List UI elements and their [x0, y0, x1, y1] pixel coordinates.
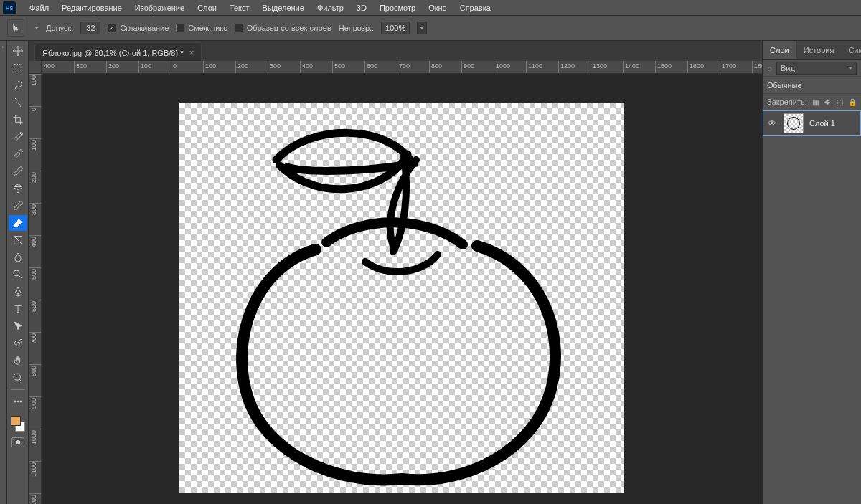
tool-preset-picker[interactable] — [7, 19, 24, 37]
zoom-tool[interactable] — [9, 370, 27, 386]
tolerance-input[interactable]: 32 — [80, 22, 100, 34]
document-tab-title: Яблоко.jpg @ 60,1% (Слой 1, RGB/8) * — [42, 49, 183, 57]
opacity-dropdown-button[interactable] — [417, 22, 427, 34]
hand-tool[interactable] — [9, 353, 27, 369]
options-bar: Допуск: 32 Сглаживание Смеж.пикс Образец… — [0, 16, 861, 41]
app-logo[interactable]: Ps — [3, 1, 16, 14]
lock-all-icon[interactable]: 🔒 — [848, 97, 857, 107]
toolbar — [7, 41, 29, 504]
menu-файл[interactable]: Файл — [23, 0, 55, 16]
horizontal-ruler[interactable]: 4003002001000100200300400500600700800900… — [42, 61, 762, 74]
svg-point-6 — [20, 401, 22, 402]
lock-position-icon[interactable]: ✥ — [824, 97, 832, 107]
menu-слои[interactable]: Слои — [191, 0, 223, 16]
vertical-ruler[interactable]: 1000100200300400500600700800900100011001… — [29, 74, 42, 504]
quick-select-tool[interactable] — [9, 95, 27, 110]
dodge-tool[interactable] — [9, 267, 27, 282]
menu-выделение[interactable]: Выделение — [256, 0, 311, 16]
panels-dock: СлоиИсторияСимвол ⌕ Вид Обычные Закрепит… — [762, 41, 861, 504]
gradient-tool[interactable] — [9, 232, 27, 248]
menu-изображение[interactable]: Изображение — [128, 0, 191, 16]
opacity-input[interactable]: 100% — [381, 22, 410, 34]
menu-просмотр[interactable]: Просмотр — [373, 0, 422, 16]
svg-point-4 — [14, 401, 16, 402]
edit-toolbar[interactable] — [9, 394, 27, 409]
eyedropper-tool[interactable] — [9, 129, 27, 145]
blend-mode-select[interactable]: Обычные — [767, 81, 802, 90]
blend-mode-row: Обычные — [763, 77, 861, 94]
sample-all-layers-checkbox[interactable]: Образец со всех слоев — [235, 24, 331, 32]
pen-tool[interactable] — [9, 284, 27, 300]
menu-редактирование[interactable]: Редактирование — [55, 0, 128, 16]
color-swatches[interactable] — [9, 414, 27, 433]
shape-tool[interactable] — [9, 336, 27, 351]
lock-label: Закрепить: — [767, 98, 807, 106]
lock-row: Закрепить: ▦ ✥ ⬚ 🔒 — [763, 94, 861, 110]
tolerance-label: Допуск: — [46, 24, 73, 32]
svg-point-2 — [14, 270, 19, 276]
menu-3d[interactable]: 3D — [350, 0, 373, 16]
marquee-tool[interactable] — [9, 60, 27, 76]
canvas[interactable] — [179, 103, 624, 493]
document-tab[interactable]: Яблоко.jpg @ 60,1% (Слой 1, RGB/8) * × — [34, 44, 202, 61]
close-tab-icon[interactable]: × — [189, 48, 194, 58]
ruler-origin[interactable] — [29, 61, 42, 74]
contiguous-checkbox[interactable]: Смеж.пикс — [176, 24, 227, 32]
clone-stamp-tool[interactable] — [9, 181, 27, 196]
move-tool[interactable] — [9, 43, 27, 59]
layer-row[interactable]: 👁 Слой 1 — [763, 110, 861, 136]
svg-point-5 — [17, 401, 19, 402]
panel-tab-Слои[interactable]: Слои — [763, 41, 796, 59]
menu-bar: Ps ФайлРедактированиеИзображениеСлоиТекс… — [0, 0, 861, 16]
canvas-viewport[interactable]: 4003002001000100200300400500600700800900… — [29, 61, 762, 504]
crop-tool[interactable] — [9, 112, 27, 128]
chevron-down-icon — [848, 67, 852, 70]
quick-mask-toggle[interactable] — [11, 437, 24, 447]
history-brush-tool[interactable] — [9, 198, 27, 214]
layer-name[interactable]: Слой 1 — [809, 119, 835, 128]
panel-tab-Символ[interactable]: Символ — [841, 41, 861, 59]
svg-point-3 — [14, 374, 20, 380]
panel-tab-История[interactable]: История — [796, 41, 842, 59]
path-select-tool[interactable] — [9, 318, 27, 334]
panel-tabs: СлоиИсторияСимвол — [763, 41, 861, 60]
layer-thumbnail[interactable] — [784, 113, 804, 133]
chevron-down-icon[interactable] — [34, 27, 39, 29]
svg-rect-0 — [14, 65, 22, 72]
eraser-tool[interactable] — [9, 215, 27, 231]
blur-tool[interactable] — [9, 249, 27, 265]
brush-tool[interactable] — [9, 163, 27, 179]
lock-pixels-icon[interactable]: ▦ — [811, 97, 819, 107]
foreground-color-swatch[interactable] — [11, 416, 21, 426]
panel-expander[interactable] — [0, 41, 7, 504]
search-icon[interactable]: ⌕ — [767, 63, 772, 73]
lasso-tool[interactable] — [9, 77, 27, 93]
document-tabs: Яблоко.jpg @ 60,1% (Слой 1, RGB/8) * × — [29, 41, 762, 61]
artwork-apple — [179, 103, 624, 493]
menu-окно[interactable]: Окно — [422, 0, 453, 16]
menu-фильтр[interactable]: Фильтр — [311, 0, 350, 16]
layer-filter-select[interactable]: Вид — [776, 62, 857, 75]
type-tool[interactable] — [9, 301, 27, 317]
lock-artboard-icon[interactable]: ⬚ — [836, 97, 844, 107]
healing-brush-tool[interactable] — [9, 146, 27, 162]
visibility-eye-icon[interactable]: 👁 — [768, 118, 778, 128]
opacity-label: Непрозр.: — [339, 24, 374, 32]
layer-filter-row: ⌕ Вид — [763, 60, 861, 77]
menu-справка[interactable]: Справка — [453, 0, 497, 16]
document-area: Яблоко.jpg @ 60,1% (Слой 1, RGB/8) * × 4… — [29, 41, 762, 504]
antialias-checkbox[interactable]: Сглаживание — [108, 24, 169, 32]
menu-текст[interactable]: Текст — [223, 0, 256, 16]
